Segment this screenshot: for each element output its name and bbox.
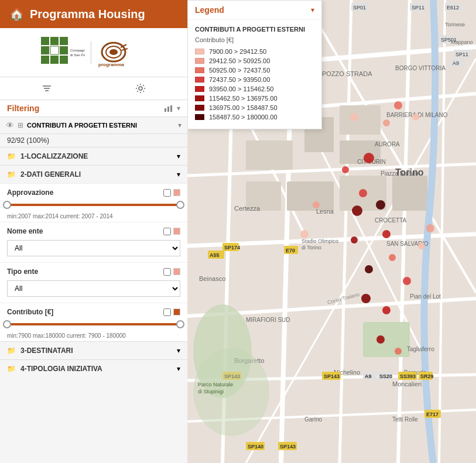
svg-text:SP11: SP11: [456, 52, 468, 57]
filter-group-localizzazione-header[interactable]: 📁 1-LOCALIZZAZIONE ▾: [0, 148, 187, 165]
contributo-thumb-min[interactable]: [3, 320, 11, 328]
svg-point-136: [426, 224, 434, 232]
filtering-row: Filtering ▾: [0, 100, 187, 117]
svg-point-137: [361, 294, 371, 303]
legend-item: 7900.00 > 29412.50: [195, 48, 314, 55]
svg-rect-5: [60, 46, 68, 54]
svg-point-133: [389, 254, 396, 261]
legend-range: 93950.00 > 115462.50: [209, 85, 273, 92]
approvazione-color: [173, 189, 180, 196]
layer-row: 👁 ⊞ CONTRIBUTI A PROGETTI ESTERNI ▾: [0, 117, 187, 134]
svg-point-125: [394, 101, 402, 109]
tipo-ente-checkbox[interactable]: [163, 268, 171, 276]
filter-group-localizzazione-label: 1-LOCALIZZAZIONE: [20, 152, 88, 160]
svg-text:SS393: SS393: [400, 373, 416, 379]
eye-icon[interactable]: 👁: [6, 121, 14, 130]
filter-toolbar-button[interactable]: [0, 77, 94, 100]
svg-point-135: [418, 242, 425, 249]
tipo-ente-label: Tipo ente: [7, 267, 38, 276]
layer-chevron-icon[interactable]: ▾: [178, 121, 182, 129]
svg-text:AURORA: AURORA: [375, 141, 400, 148]
legend-layer-title: CONTRIBUTI A PROGETTI ESTERNI: [195, 26, 314, 33]
filter-group-tipologia-header[interactable]: 📁 4-TIPOLOGIA INIZIATIVA ▾: [0, 360, 187, 378]
svg-point-140: [376, 335, 385, 344]
svg-text:Beinasco: Beinasco: [199, 275, 225, 282]
ph-logo: programma housing: [97, 36, 150, 70]
sidebar-header: 🏠 Programma Housing: [0, 0, 187, 28]
legend-title: Legend: [195, 5, 224, 15]
legend-header: Legend ▾: [188, 1, 321, 20]
svg-text:Tetti Rolle: Tetti Rolle: [392, 416, 418, 423]
svg-text:SS20: SS20: [379, 373, 392, 379]
svg-text:Torinese: Torinese: [445, 22, 465, 28]
svg-rect-6: [41, 56, 49, 64]
svg-text:Mappano: Mappano: [451, 39, 473, 45]
nome-ente-select[interactable]: All: [7, 240, 180, 256]
legend-item: 72437.50 > 93950.00: [195, 76, 314, 83]
sidebar: 🏠 Programma Housing Compagnia di San Pao…: [0, 0, 187, 463]
count-row: 92/92 (100%): [0, 134, 187, 147]
contributo-hint: min:7900 max:180000 current: 7900 - 1800…: [7, 332, 180, 339]
filtering-dropdown-icon[interactable]: ▾: [177, 104, 180, 112]
svg-text:SP140: SP140: [248, 444, 263, 450]
settings-toolbar-button[interactable]: [94, 77, 187, 100]
approvazione-thumb-max[interactable]: [176, 201, 184, 209]
contributo-thumb-max[interactable]: [176, 320, 184, 328]
legend-items: 7900.00 > 29412.50 29412.50 > 50925.00 5…: [195, 48, 314, 121]
svg-point-124: [383, 119, 390, 126]
svg-text:E717: E717: [426, 411, 439, 417]
chevron-destinatari-icon: ▾: [177, 347, 180, 355]
svg-text:Torino: Torino: [395, 167, 424, 177]
svg-text:SP143: SP143: [280, 444, 296, 450]
svg-point-130: [382, 230, 391, 238]
nome-ente-color: [173, 228, 180, 235]
svg-rect-0: [41, 37, 49, 45]
svg-point-139: [395, 348, 402, 355]
home-icon[interactable]: 🏠: [9, 7, 24, 21]
contributo-slider[interactable]: [7, 318, 180, 330]
svg-text:Stadio Olimpico: Stadio Olimpico: [302, 238, 338, 244]
approvazione-hint: min:2007 max:2014 current: 2007 - 2014: [7, 213, 180, 220]
filter-approvazione: Approvazione min:2007 max:2014 current: …: [0, 183, 187, 222]
folder-icon: 📁: [7, 152, 16, 160]
tipo-ente-select[interactable]: All: [7, 280, 180, 297]
legend-swatch: [195, 86, 204, 92]
legend-swatch: [195, 95, 204, 101]
svg-text:di Stupinigi: di Stupinigi: [198, 389, 224, 395]
approvazione-checkbox[interactable]: [163, 189, 171, 197]
svg-text:BORGO VITTORIA: BORGO VITTORIA: [395, 65, 446, 71]
folder-icon-3: 📁: [7, 347, 16, 355]
filter-group-localizzazione: 📁 1-LOCALIZZAZIONE ▾: [0, 147, 187, 165]
svg-text:Parco Naturale: Parco Naturale: [198, 382, 233, 387]
contributo-color: [173, 308, 180, 315]
chart-icon[interactable]: [164, 104, 173, 113]
svg-point-13: [109, 49, 118, 55]
nome-ente-checkbox[interactable]: [163, 228, 171, 235]
nome-ente-checkboxes: [163, 228, 180, 235]
filtering-label: Filtering: [7, 104, 39, 113]
svg-point-127: [376, 200, 385, 210]
filter-group-destinatari-header[interactable]: 📁 3-DESTINATARI ▾: [0, 342, 187, 359]
legend-panel: Legend ▾ CONTRIBUTI A PROGETTI ESTERNI C…: [187, 0, 322, 129]
legend-chevron-icon[interactable]: ▾: [311, 6, 314, 14]
svg-text:Garino: Garino: [304, 416, 322, 423]
approvazione-thumb-min[interactable]: [3, 201, 11, 209]
legend-swatch: [195, 77, 204, 83]
tipo-ente-checkboxes: [163, 268, 180, 276]
svg-rect-8: [60, 56, 68, 64]
filter-contributo: Contributo [€] min:7900 max:180000 curre…: [0, 303, 187, 341]
legend-swatch: [195, 114, 204, 120]
chevron-tipologia-icon: ▾: [177, 365, 180, 373]
contributo-checkbox[interactable]: [163, 308, 171, 316]
map-area[interactable]: Grugliasco Collegno Certezza Beinasco Bo…: [187, 0, 476, 463]
svg-rect-4: [50, 46, 59, 54]
legend-range: 50925.00 > 72437.50: [209, 67, 270, 74]
svg-text:programma: programma: [98, 62, 125, 67]
approvazione-checkboxes: [163, 189, 180, 197]
filter-group-dati-generali-header[interactable]: 📁 2-DATI GENERALI ▾: [0, 166, 187, 183]
approvazione-slider[interactable]: [7, 199, 180, 211]
svg-point-132: [365, 265, 373, 273]
approvazione-label: Approvazione: [7, 188, 53, 197]
contributo-checkboxes: [163, 308, 180, 316]
svg-point-143: [342, 166, 349, 173]
